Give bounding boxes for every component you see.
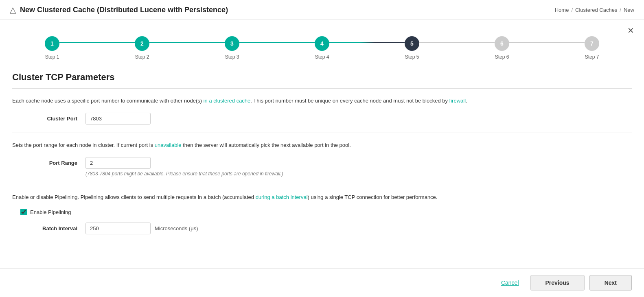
description-cluster-port: Each cache node uses a specific port num… — [12, 97, 632, 105]
cancel-button[interactable]: Cancel — [495, 275, 526, 290]
desc3-highlight: during a batch interval — [256, 194, 308, 200]
description-port-range: Sets the port range for each node in clu… — [12, 141, 632, 150]
desc3-pre: Enable or disable Pipelining. Pipelining… — [12, 194, 256, 200]
step-5: 5 Step 5 — [405, 36, 419, 60]
desc2-highlight: unavailable — [155, 142, 182, 148]
step-5-circle: 5 — [405, 36, 419, 51]
breadcrumb: Home / Clustered Caches / New — [555, 7, 634, 13]
batch-interval-label: Batch Interval — [12, 223, 85, 231]
step-4: 4 Step 4 — [315, 36, 329, 60]
desc1-link: firewall — [449, 98, 466, 104]
enable-pipelining-checkbox[interactable] — [20, 209, 27, 215]
next-button[interactable]: Next — [589, 275, 632, 290]
step-5-label: Step 5 — [405, 54, 419, 60]
cluster-port-row: Cluster Port — [12, 113, 632, 124]
breadcrumb-sep-1: / — [571, 7, 573, 13]
step-7-circle: 7 — [585, 36, 599, 51]
cluster-port-label: Cluster Port — [12, 113, 85, 122]
step-1-circle: 1 — [45, 36, 59, 51]
divider-2 — [12, 185, 632, 185]
batch-interval-input-group: Microseconds (μs) — [85, 223, 198, 234]
step-3-label: Step 3 — [225, 54, 239, 60]
connector-5-6 — [419, 42, 495, 43]
port-range-label: Port Range — [12, 157, 85, 166]
page-header: △ New Clustered Cache (Distributed Lucen… — [0, 0, 644, 20]
step-6-label: Step 6 — [495, 54, 509, 60]
step-3-circle: 3 — [225, 36, 239, 51]
step-4-label: Step 4 — [315, 54, 329, 60]
connector-6-7 — [509, 42, 585, 43]
batch-interval-unit: Microseconds (μs) — [155, 225, 198, 231]
port-range-input-group: (7803-7804 ports might be available. Ple… — [85, 157, 283, 177]
step-2-circle: 2 — [135, 36, 149, 51]
step-6: 6 Step 6 — [495, 36, 509, 60]
port-range-hint: (7803-7804 ports might be available. Ple… — [85, 171, 283, 177]
divider-1 — [12, 133, 632, 133]
batch-interval-with-unit: Microseconds (μs) — [85, 223, 198, 234]
step-4-circle: 4 — [315, 36, 329, 51]
connector-4-5 — [329, 42, 405, 43]
batch-interval-input[interactable] — [85, 223, 151, 234]
breadcrumb-section[interactable]: Clustered Caches — [575, 7, 617, 13]
desc3-post: ) using a single TCP connection for bett… — [308, 194, 438, 200]
desc1-pre: Each cache node uses a specific port num… — [12, 98, 204, 104]
desc1-highlight: in a clustered cache — [204, 98, 251, 104]
step-2-label: Step 2 — [135, 54, 149, 60]
step-2: 2 Step 2 — [135, 36, 149, 60]
desc2-pre: Sets the port range for each node in clu… — [12, 142, 155, 148]
step-6-circle: 6 — [495, 36, 509, 51]
main-content: ✕ 1 Step 1 2 Step 2 3 Step 3 4 Step 4 5 … — [0, 20, 644, 250]
breadcrumb-current: New — [624, 7, 634, 13]
step-7-label: Step 7 — [585, 54, 599, 60]
breadcrumb-home[interactable]: Home — [555, 7, 569, 13]
desc2-post: then the server will automatically pick … — [182, 142, 351, 148]
step-3: 3 Step 3 — [225, 36, 239, 60]
connector-3-4 — [239, 42, 315, 43]
step-1-label: Step 1 — [45, 54, 59, 60]
connector-2-3 — [149, 42, 225, 43]
step-1: 1 Step 1 — [45, 36, 59, 60]
step-7: 7 Step 7 — [585, 36, 599, 60]
desc1-post: . This port number must be unique on eve… — [250, 98, 449, 104]
enable-pipelining-row: Enable Pipelining — [20, 209, 632, 215]
stepper: 1 Step 1 2 Step 2 3 Step 3 4 Step 4 5 St… — [12, 28, 632, 72]
batch-interval-row: Batch Interval Microseconds (μs) — [12, 223, 632, 234]
app-icon: △ — [10, 5, 16, 15]
enable-pipelining-label[interactable]: Enable Pipelining — [30, 209, 71, 215]
section-title: Cluster TCP Parameters — [12, 72, 632, 89]
connector-1-2 — [59, 42, 135, 43]
previous-button[interactable]: Previous — [530, 275, 585, 290]
close-button[interactable]: ✕ — [627, 26, 634, 35]
description-pipelining: Enable or disable Pipelining. Pipelining… — [12, 193, 632, 202]
breadcrumb-sep-2: / — [620, 7, 621, 13]
page-title: New Clustered Cache (Distributed Lucene … — [20, 6, 228, 14]
cluster-port-input-group — [85, 113, 151, 124]
desc1-end: . — [466, 98, 467, 104]
header-left: △ New Clustered Cache (Distributed Lucen… — [10, 5, 228, 15]
footer: Cancel Previous Next — [0, 268, 644, 297]
port-range-row: Port Range (7803-7804 ports might be ava… — [12, 157, 632, 177]
port-range-input[interactable] — [85, 157, 151, 169]
cluster-port-input[interactable] — [85, 113, 151, 124]
